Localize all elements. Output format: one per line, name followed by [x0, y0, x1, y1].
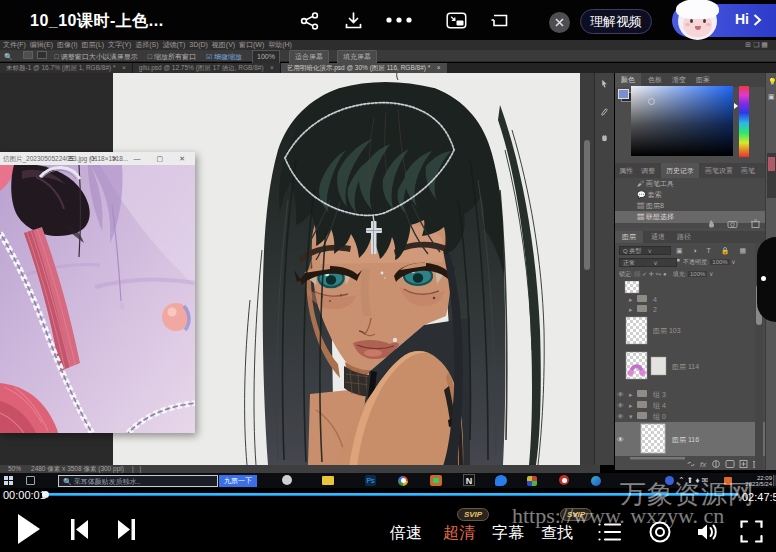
svg-text:组 4: 组 4 [653, 402, 666, 409]
svg-text:👁: 👁 [617, 436, 624, 443]
svg-text:▾: ▾ [629, 413, 633, 420]
svg-text:图层 114: 图层 114 [672, 363, 699, 371]
svg-text:4: 4 [653, 296, 657, 303]
svg-text:▸: ▸ [629, 391, 633, 398]
svg-text:👁: 👁 [617, 391, 624, 398]
svg-text:▸: ▸ [629, 402, 633, 409]
svg-text:▸: ▸ [629, 296, 633, 303]
svg-text:2: 2 [653, 306, 657, 313]
svg-text:👁: 👁 [617, 402, 624, 409]
svg-text:图层 103: 图层 103 [653, 327, 681, 335]
svg-text:▸: ▸ [629, 306, 633, 313]
svg-text:图层 116: 图层 116 [672, 436, 699, 444]
svg-text:组 0: 组 0 [653, 413, 666, 420]
svg-text:组 3: 组 3 [653, 391, 666, 398]
svg-text:fx: fx [700, 460, 707, 469]
svg-text:👁: 👁 [617, 413, 624, 420]
